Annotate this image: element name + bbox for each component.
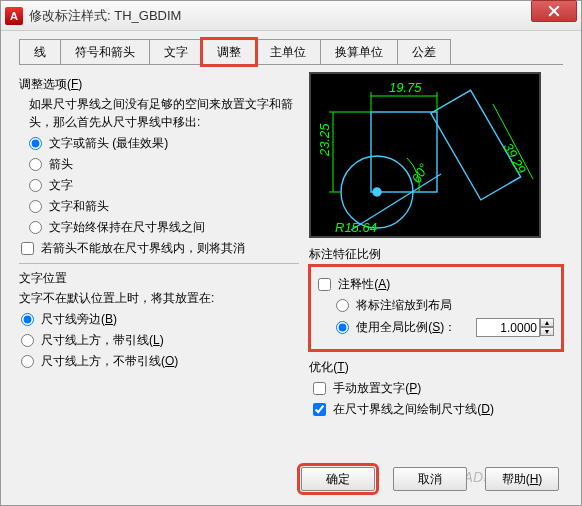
chk-suppress[interactable]: 若箭头不能放在尺寸界线内，则将其消 xyxy=(21,240,299,257)
opt-always[interactable]: 文字始终保持在尺寸界线之间 xyxy=(29,219,299,236)
spin-up[interactable]: ▲ xyxy=(540,318,554,327)
chk-manual[interactable]: 手动放置文字(P) xyxy=(313,380,563,397)
tab-symbols[interactable]: 符号和箭头 xyxy=(60,39,150,65)
ok-button[interactable]: 确定 xyxy=(301,467,375,491)
textpos-desc: 文字不在默认位置上时，将其放置在: xyxy=(19,289,299,307)
dim-diag: 39.29 xyxy=(501,140,530,176)
chk-dimline[interactable]: 在尺寸界线之间绘制尺寸线(D) xyxy=(313,401,563,418)
tab-line[interactable]: 线 xyxy=(19,39,61,65)
global-scale-input[interactable] xyxy=(476,318,540,337)
fit-desc: 如果尺寸界线之间没有足够的空间来放置文字和箭头，那么首先从尺寸界线中移出: xyxy=(29,95,299,131)
titlebar: A 修改标注样式: TH_GBDIM xyxy=(1,1,581,31)
tab-fit[interactable]: 调整 xyxy=(202,39,256,65)
svg-rect-0 xyxy=(371,112,437,192)
chk-annotative[interactable]: 注释性(A) xyxy=(318,276,554,293)
textpos-title: 文字位置 xyxy=(19,270,299,287)
dim-top: 19.75 xyxy=(389,80,422,95)
opt-scale-layout[interactable]: 将标注缩放到布局 xyxy=(336,297,554,314)
dim-left: 23.25 xyxy=(317,123,332,157)
opt-both[interactable]: 文字和箭头 xyxy=(29,198,299,215)
preview-pane: 19.75 23.25 39.29 60° R15.64 xyxy=(309,72,541,238)
svg-point-2 xyxy=(373,188,381,196)
scale-group: 注释性(A) 将标注缩放到布局 使用全局比例(S)： ▲ ▼ xyxy=(309,265,563,351)
close-button[interactable] xyxy=(531,0,577,22)
opt-over-noleader[interactable]: 尺寸线上方，不带引线(O) xyxy=(21,353,299,370)
tab-text[interactable]: 文字 xyxy=(149,39,203,65)
tab-strip: 线 符号和箭头 文字 调整 主单位 换算单位 公差 xyxy=(1,31,581,65)
footer: 确定 取消 帮助(H) xyxy=(1,467,581,491)
help-button[interactable]: 帮助(H) xyxy=(485,467,559,491)
opt-either[interactable]: 文字或箭头 (最佳效果) xyxy=(29,135,299,152)
app-icon: A xyxy=(5,7,23,25)
cancel-button[interactable]: 取消 xyxy=(393,467,467,491)
tab-primary[interactable]: 主单位 xyxy=(255,39,321,65)
opt-beside[interactable]: 尺寸线旁边(B) xyxy=(21,311,299,328)
tune-title: 优化(T) xyxy=(309,359,563,376)
fit-options-title: 调整选项(F) xyxy=(19,76,299,93)
scale-title: 标注特征比例 xyxy=(309,246,563,263)
opt-over-leader[interactable]: 尺寸线上方，带引线(L) xyxy=(21,332,299,349)
dim-radius: R15.64 xyxy=(335,220,377,235)
tab-alt[interactable]: 换算单位 xyxy=(320,39,398,65)
window-title: 修改标注样式: TH_GBDIM xyxy=(29,7,577,25)
spin-down[interactable]: ▼ xyxy=(540,327,554,336)
tab-tol[interactable]: 公差 xyxy=(397,39,451,65)
opt-scale-global[interactable]: 使用全局比例(S)： xyxy=(336,319,456,336)
opt-arrows[interactable]: 箭头 xyxy=(29,156,299,173)
opt-text[interactable]: 文字 xyxy=(29,177,299,194)
close-icon xyxy=(548,5,560,17)
